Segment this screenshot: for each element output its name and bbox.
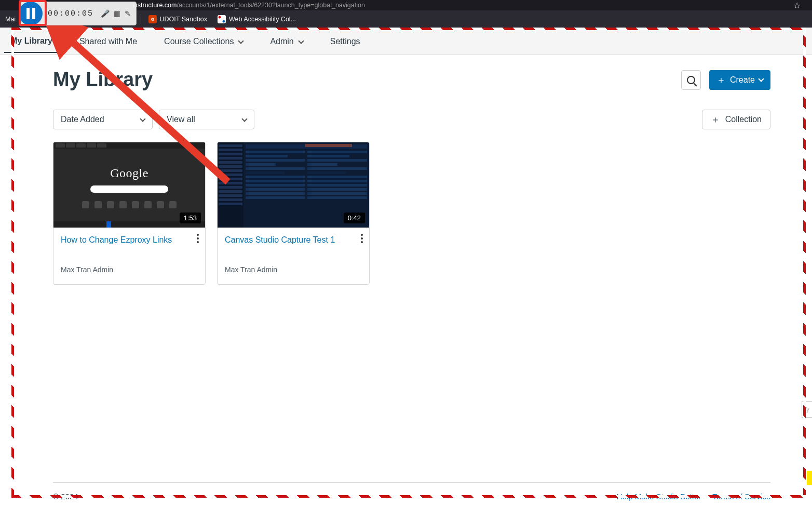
camera-off-icon[interactable]: ▥ — [114, 9, 120, 18]
content-area: My Library ＋ Create Date Added View all … — [0, 55, 812, 505]
card-more-menu[interactable] — [361, 234, 363, 243]
tab-course-collections[interactable]: Course Collections — [158, 30, 249, 52]
media-thumbnail[interactable]: Google 1:53 — [53, 142, 205, 228]
search-icon — [687, 76, 695, 84]
collection-label: Collection — [725, 115, 762, 124]
studio-app: My Library Shared with Me Course Collect… — [0, 28, 812, 505]
chevron-down-icon — [298, 38, 304, 44]
media-cards-grid: Google 1:53 How to Change Ezproxy Links … — [53, 142, 770, 285]
edge-artifact-yellow — [807, 471, 812, 485]
add-collection-button[interactable]: ＋ Collection — [702, 110, 770, 129]
url-rest: /accounts/1/external_tools/62230?launch_… — [177, 2, 364, 9]
bookmark-webaccess[interactable]: Web Accessibility Col... — [212, 10, 301, 28]
search-button[interactable] — [681, 70, 701, 90]
tab-shared-with-me[interactable]: Shared with Me — [73, 30, 143, 52]
tab-settings[interactable]: Settings — [324, 30, 367, 52]
top-navigation: My Library Shared with Me Course Collect… — [0, 28, 812, 55]
page-heading-row: My Library ＋ Create — [53, 69, 770, 91]
create-label: Create — [730, 75, 755, 85]
url-bar[interactable]: https://erau. instructure.com /accounts/… — [98, 2, 365, 9]
bookmark-mai[interactable]: Mai — [0, 10, 21, 28]
bookmark-udoit[interactable]: ⌾ UDOIT Sandbox — [143, 10, 212, 28]
pen-annotate-icon[interactable]: ✎ — [125, 9, 131, 18]
copyright-text: © 2024 — [53, 492, 78, 501]
bookmark-label: Mai — [5, 16, 16, 23]
edge-artifact: Ty — [802, 401, 812, 418]
media-thumbnail[interactable]: 0:42 — [218, 142, 369, 228]
sort-dropdown[interactable]: Date Added — [53, 110, 153, 129]
footer-terms-link[interactable]: Terms of Service — [712, 492, 770, 501]
page-title: My Library — [53, 69, 153, 91]
page-footer: © 2024 Help Make Studio Better Terms of … — [53, 482, 770, 501]
tab-label: Settings — [330, 37, 360, 46]
plus-icon: ＋ — [716, 75, 726, 85]
create-button[interactable]: ＋ Create — [709, 70, 770, 90]
bookmark-star-icon[interactable]: ☆ — [793, 1, 812, 10]
tab-label: Course Collections — [164, 37, 234, 46]
tab-label: My Library — [10, 36, 52, 46]
chevron-down-icon — [758, 76, 764, 82]
udoit-icon: ⌾ — [148, 15, 157, 23]
mic-mute-icon[interactable]: 🎤̸ — [101, 9, 110, 18]
view-dropdown[interactable]: View all — [159, 110, 254, 129]
filters-row: Date Added View all ＋ Collection — [53, 110, 770, 129]
recording-time: 00:00:05 — [43, 9, 99, 18]
chevron-down-icon — [140, 116, 145, 122]
footer-help-link[interactable]: Help Make Studio Better — [617, 492, 701, 501]
tab-label: Shared with Me — [79, 37, 137, 46]
media-card: 0:42 Canvas Studio Capture Test 1 Max Tr… — [217, 142, 370, 285]
chevron-down-icon — [241, 116, 247, 122]
screen-recorder-overlay: 00:00:05 🎤̸ ▥ ✎ — [20, 2, 137, 25]
bookmark-separator — [141, 14, 141, 24]
plus-icon: ＋ — [711, 115, 720, 124]
tab-admin[interactable]: Admin — [264, 30, 309, 52]
tab-label: Admin — [270, 37, 293, 46]
media-author: Max Tran Admin — [61, 265, 198, 274]
media-title-link[interactable]: Canvas Studio Capture Test 1 — [225, 235, 335, 244]
sort-value: Date Added — [61, 115, 104, 124]
chevron-down-icon — [238, 38, 244, 44]
duration-badge: 0:42 — [344, 212, 365, 223]
duration-badge: 1:53 — [180, 212, 201, 223]
media-card: Google 1:53 How to Change Ezproxy Links … — [53, 142, 206, 285]
bookmark-label: Web Accessibility Col... — [229, 16, 296, 23]
pause-button[interactable] — [19, 2, 43, 25]
google-logo-text: Google — [110, 166, 148, 180]
media-author: Max Tran Admin — [225, 265, 362, 274]
bookmark-label: UDOIT Sandbox — [160, 16, 207, 23]
url-host: instructure.com — [132, 2, 177, 9]
tab-my-library[interactable]: My Library — [4, 29, 59, 53]
artifact-text: Ty — [804, 407, 809, 413]
card-more-menu[interactable] — [197, 234, 199, 243]
view-value: View all — [167, 115, 195, 124]
webaccess-icon — [218, 15, 226, 23]
media-title-link[interactable]: How to Change Ezproxy Links — [61, 235, 172, 244]
